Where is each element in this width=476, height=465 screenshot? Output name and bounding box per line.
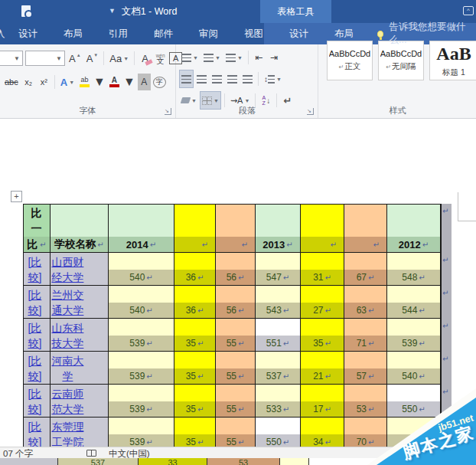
tab[interactable]: 设计	[5, 28, 51, 41]
value-cell[interactable]: 31↵	[301, 253, 344, 286]
school-link[interactable]: 河南大学	[51, 353, 85, 384]
value-cell[interactable]: 34↵	[301, 418, 344, 447]
value-cell[interactable]: 543↵	[256, 286, 301, 319]
value-cell[interactable]: 67↵	[344, 253, 387, 286]
school-link[interactable]: 兰州交通大学	[51, 287, 85, 318]
decrease-indent-button[interactable]: ⇤	[253, 49, 266, 66]
header-empty-cell[interactable]: ↵	[301, 204, 344, 253]
shrink-font-button[interactable]: A▼	[85, 50, 100, 67]
header-year-cell[interactable]: 2012↵	[387, 204, 441, 253]
table-move-handle[interactable]: +	[11, 191, 22, 202]
value-cell[interactable]: 548↵	[387, 253, 441, 286]
compare-link[interactable]: [比较]	[23, 320, 47, 351]
school-name-cell[interactable]: 兰州交通大学	[51, 286, 109, 319]
increase-indent-button[interactable]: ⇥	[268, 49, 281, 66]
enclose-characters-button[interactable]: 字	[153, 77, 166, 88]
subscript-button[interactable]: x₂	[22, 74, 35, 90]
value-cell[interactable]: 539↵	[387, 319, 441, 352]
school-link[interactable]: 云南师范大学	[51, 386, 85, 417]
value-cell[interactable]: 540↵	[109, 253, 174, 286]
superscript-button[interactable]: x²	[37, 74, 51, 90]
font-size-select[interactable]: ▼	[25, 51, 65, 66]
line-spacing-button[interactable]: ↕▼	[262, 70, 283, 87]
word-count[interactable]: 07 个字	[3, 448, 33, 460]
grow-font-button[interactable]: A▲	[67, 50, 83, 67]
value-cell[interactable]: 55↵	[216, 319, 256, 352]
value-cell[interactable]: 544↵	[387, 286, 441, 319]
strikethrough-button[interactable]: abc	[3, 74, 20, 90]
header-year-cell[interactable]: 2013↵	[256, 204, 301, 253]
compare-link-cell[interactable]: [比较]	[23, 253, 51, 286]
value-cell[interactable]: 21↵	[301, 352, 344, 385]
compare-link-cell[interactable]: [比较]	[23, 352, 51, 385]
align-left-button[interactable]	[180, 70, 193, 87]
align-center-button[interactable]	[195, 70, 208, 87]
value-cell[interactable]: 551↵	[256, 319, 301, 352]
compare-link-cell[interactable]: [比较]	[23, 385, 51, 418]
language-indicator[interactable]: 中文(中国)	[109, 448, 150, 460]
tab-insert-fragment[interactable]: 入	[0, 28, 5, 41]
font-color-button[interactable]: A	[108, 74, 121, 90]
value-cell[interactable]: 35↵	[301, 319, 344, 352]
paragraph-dialog-launcher[interactable]: ↘	[307, 108, 314, 115]
context-tab[interactable]: 设计	[276, 28, 321, 41]
school-name-cell[interactable]: 山西财经大学	[51, 253, 109, 286]
header-empty-cell[interactable]: ↵	[174, 204, 216, 253]
value-cell[interactable]	[387, 418, 441, 447]
compare-link[interactable]: [比较]	[23, 419, 47, 447]
compare-link-cell[interactable]: [比较]	[23, 319, 51, 352]
school-link[interactable]: 山东科技大学	[51, 320, 85, 351]
context-tab[interactable]: 布局	[321, 28, 367, 41]
font-name-select[interactable]: ▼	[0, 51, 23, 66]
school-link[interactable]: 山西财经大学	[51, 254, 85, 285]
tab[interactable]: 审阅	[186, 28, 231, 41]
school-name-cell[interactable]: 云南师范大学	[51, 385, 109, 418]
value-cell[interactable]: 56↵	[216, 253, 256, 286]
value-cell[interactable]: 27↵	[301, 286, 344, 319]
highlight-color-button[interactable]: ab	[78, 74, 91, 90]
value-cell[interactable]: 36↵	[174, 253, 216, 286]
ribbon-display-options-icon[interactable]: ^	[463, 6, 474, 15]
value-cell[interactable]: 539↵	[109, 385, 174, 418]
scrollbar-stub[interactable]	[458, 192, 476, 221]
compare-link-cell[interactable]: [比较]	[23, 286, 51, 319]
value-cell[interactable]: 63↵	[344, 286, 387, 319]
character-shading-button[interactable]: A	[138, 74, 151, 90]
value-cell[interactable]: 539↵	[109, 352, 174, 385]
school-name-cell[interactable]: 东莞理工学院	[51, 418, 109, 447]
value-cell[interactable]: 55↵	[216, 352, 256, 385]
bullets-button[interactable]: ▼	[180, 49, 200, 66]
value-cell[interactable]: 53↵	[344, 385, 387, 418]
phonetic-guide-button[interactable]: wén文	[154, 50, 167, 67]
compare-link[interactable]: [比较]	[23, 254, 47, 285]
numbering-button[interactable]: ▼	[202, 49, 222, 66]
tab[interactable]: 邮件	[141, 28, 186, 41]
value-cell[interactable]: 537↵	[256, 352, 301, 385]
print-preview-icon[interactable]	[21, 5, 31, 17]
value-cell[interactable]: 35↵	[174, 319, 216, 352]
header-school-cell[interactable]: 学校名称↵	[51, 204, 109, 253]
change-case-button[interactable]: Aa▼	[108, 50, 130, 67]
header-year-cell[interactable]: 2014↵	[109, 204, 174, 253]
value-cell[interactable]: 550↵	[256, 418, 301, 447]
value-cell[interactable]: 540↵	[387, 352, 441, 385]
font-dialog-launcher[interactable]: ↘	[165, 108, 171, 115]
compare-link[interactable]: [比较]	[23, 287, 47, 318]
value-cell[interactable]: 17↵	[301, 385, 344, 418]
tab[interactable]: 引用	[96, 28, 141, 41]
tab[interactable]: 视图	[231, 28, 276, 41]
justify-button[interactable]	[226, 70, 239, 87]
compare-link-cell[interactable]: [比较]	[23, 418, 51, 447]
value-cell[interactable]: 36↵	[174, 286, 216, 319]
value-cell[interactable]: 70↵	[344, 418, 387, 447]
distribute-button[interactable]	[241, 70, 254, 87]
school-link[interactable]: 东莞理工学院	[51, 419, 85, 447]
value-cell[interactable]: 35↵	[174, 352, 216, 385]
text-effects-button[interactable]: A▼	[59, 74, 76, 90]
value-cell[interactable]: 539↵	[109, 319, 174, 352]
tell-me-box[interactable]: 告诉我您想要做什么...	[377, 21, 476, 47]
value-cell[interactable]: 55↵	[216, 385, 256, 418]
compare-link[interactable]: [比较]	[23, 386, 47, 417]
value-cell[interactable]: 550↵	[387, 385, 441, 418]
compare-link[interactable]: [比较]	[23, 353, 47, 384]
